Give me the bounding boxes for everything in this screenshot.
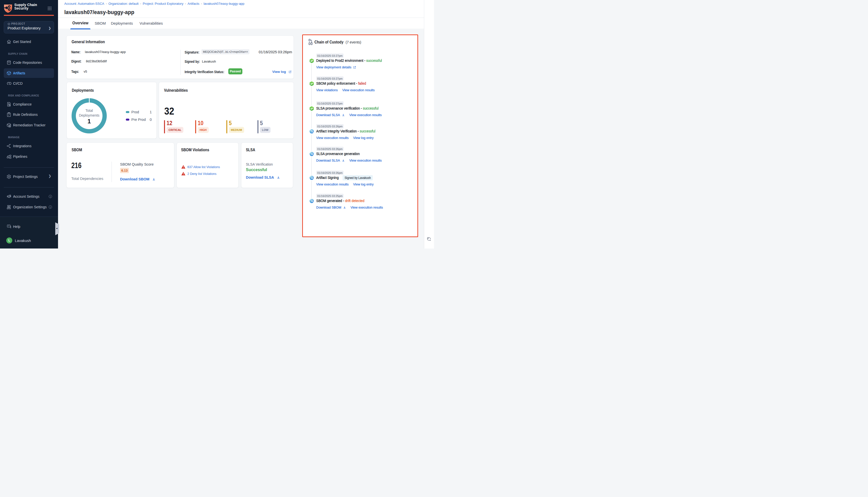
svg-text:?: ? — [8, 225, 9, 227]
